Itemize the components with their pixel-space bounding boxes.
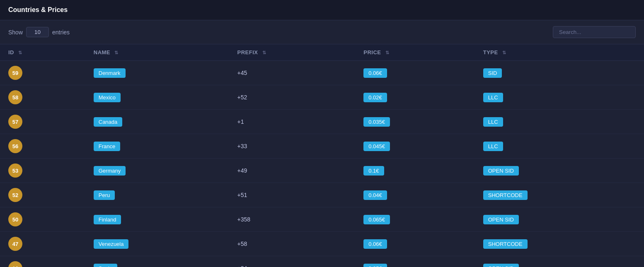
cell-prefix: +33: [229, 134, 356, 159]
price-badge: 0.06€: [363, 239, 387, 249]
col-header-type[interactable]: TYPE ⇅: [475, 44, 644, 61]
cell-prefix: +58: [229, 232, 356, 256]
price-badge: 0.035€: [363, 117, 390, 127]
cell-id: 56: [0, 134, 85, 159]
cell-prefix: +34: [229, 256, 356, 267]
price-badge: 0.1€: [363, 166, 384, 176]
prefix-text: +1: [237, 118, 244, 125]
cell-type: LLC: [475, 85, 644, 110]
table-header-row: ID ⇅ NAME ⇅ PREFIX ⇅ PRICE ⇅ TYPE ⇅: [0, 44, 644, 61]
prefix-text: +45: [237, 70, 247, 76]
cell-id: 59: [0, 61, 85, 85]
cell-price: 0.1€: [355, 159, 475, 183]
table-row: 53 Germany +49 0.1€ OPEN SID: [0, 159, 644, 183]
cell-prefix: +358: [229, 207, 356, 232]
name-badge: Germany: [94, 166, 126, 176]
table-row: 47 Venezuela +58 0.06€ SHORTCODE: [0, 232, 644, 256]
name-badge: France: [94, 142, 120, 151]
table-row: 16 Spain +34 0.05€ OPEN SID: [0, 256, 644, 267]
type-badge: SHORTCODE: [483, 239, 528, 249]
show-label: Show: [8, 29, 23, 36]
search-input[interactable]: [553, 26, 636, 38]
cell-id: 50: [0, 207, 85, 232]
cell-id: 53: [0, 159, 85, 183]
name-badge: Venezuela: [94, 239, 129, 249]
cell-name: Mexico: [85, 85, 229, 110]
id-badge: 52: [8, 188, 22, 202]
prefix-text: +34: [237, 265, 247, 267]
table-row: 57 Canada +1 0.035€ LLC: [0, 110, 644, 134]
type-badge: LLC: [483, 142, 503, 151]
cell-name: Denmark: [85, 61, 229, 85]
id-badge: 50: [8, 212, 22, 226]
sort-icon-type: ⇅: [502, 50, 506, 55]
cell-type: SHORTCODE: [475, 232, 644, 256]
prefix-text: +49: [237, 167, 247, 174]
table-row: 58 Mexico +52 0.02€ LLC: [0, 85, 644, 110]
col-header-prefix[interactable]: PREFIX ⇅: [229, 44, 356, 61]
col-header-price[interactable]: PRICE ⇅: [355, 44, 475, 61]
cell-name: Germany: [85, 159, 229, 183]
cell-id: 52: [0, 183, 85, 207]
table-row: 56 France +33 0.045€ LLC: [0, 134, 644, 159]
cell-prefix: +1: [229, 110, 356, 134]
name-badge: Mexico: [94, 93, 121, 102]
cell-id: 57: [0, 110, 85, 134]
cell-prefix: +45: [229, 61, 356, 85]
entries-input[interactable]: [26, 27, 49, 37]
price-badge: 0.05€: [363, 264, 387, 267]
cell-price: 0.06€: [355, 232, 475, 256]
cell-price: 0.04€: [355, 183, 475, 207]
table-row: 50 Finland +358 0.065€ OPEN SID: [0, 207, 644, 232]
page-header: Countries & Prices: [0, 0, 644, 20]
cell-name: Spain: [85, 256, 229, 267]
prefix-text: +33: [237, 143, 247, 149]
sort-icon-name: ⇅: [114, 50, 119, 55]
prefix-text: +51: [237, 192, 247, 198]
cell-price: 0.065€: [355, 207, 475, 232]
cell-prefix: +52: [229, 85, 356, 110]
show-entries-control: Show entries: [8, 27, 70, 37]
price-badge: 0.045€: [363, 142, 390, 151]
sort-icon-id: ⇅: [18, 50, 22, 55]
col-header-id[interactable]: ID ⇅: [0, 44, 85, 61]
cell-type: SID: [475, 61, 644, 85]
cell-name: Finland: [85, 207, 229, 232]
id-badge: 53: [8, 164, 22, 178]
cell-name: Canada: [85, 110, 229, 134]
name-badge: Spain: [94, 264, 117, 267]
sort-icon-prefix: ⇅: [262, 50, 266, 55]
prefix-text: +58: [237, 241, 247, 247]
type-badge: LLC: [483, 117, 503, 127]
cell-type: OPEN SID: [475, 159, 644, 183]
table-row: 52 Peru +51 0.04€ SHORTCODE: [0, 183, 644, 207]
type-badge: OPEN SID: [483, 215, 519, 224]
type-badge: SID: [483, 68, 502, 78]
id-badge: 58: [8, 90, 22, 104]
name-badge: Denmark: [94, 68, 126, 78]
cell-type: LLC: [475, 110, 644, 134]
name-badge: Canada: [94, 117, 123, 127]
cell-price: 0.035€: [355, 110, 475, 134]
cell-name: France: [85, 134, 229, 159]
cell-id: 16: [0, 256, 85, 267]
entries-label: entries: [52, 29, 70, 36]
id-badge: 59: [8, 66, 22, 80]
cell-name: Peru: [85, 183, 229, 207]
col-header-name[interactable]: NAME ⇅: [85, 44, 229, 61]
prefix-text: +358: [237, 216, 251, 223]
cell-price: 0.045€: [355, 134, 475, 159]
price-badge: 0.04€: [363, 190, 387, 200]
cell-price: 0.02€: [355, 85, 475, 110]
type-badge: OPEN SID: [483, 264, 519, 267]
cell-type: OPEN SID: [475, 207, 644, 232]
cell-type: LLC: [475, 134, 644, 159]
price-badge: 0.02€: [363, 93, 387, 102]
cell-id: 58: [0, 85, 85, 110]
price-badge: 0.065€: [363, 215, 390, 224]
cell-type: SHORTCODE: [475, 183, 644, 207]
prefix-text: +52: [237, 94, 247, 101]
id-badge: 57: [8, 115, 22, 129]
table-row: 59 Denmark +45 0.06€ SID: [0, 61, 644, 85]
cell-name: Venezuela: [85, 232, 229, 256]
